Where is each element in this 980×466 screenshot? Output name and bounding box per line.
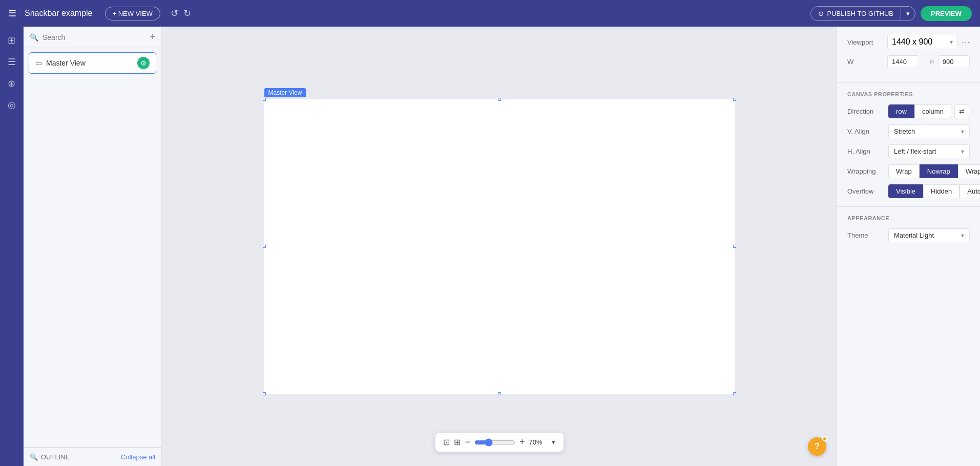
viewport-section: Viewport 1440 x 900 ▾ ⋯ W 1440 H 900 — [837, 27, 980, 83]
undo-icon[interactable]: ↺ — [171, 8, 178, 19]
h-label: H — [929, 58, 934, 66]
width-field[interactable]: 1440 — [887, 55, 919, 68]
column-button[interactable]: column — [914, 104, 951, 118]
halign-label: H. Align — [847, 147, 888, 155]
canvas-frame[interactable]: Master View — [264, 99, 735, 394]
wrapping-label: Wrapping — [847, 167, 888, 175]
help-notification-dot — [822, 436, 827, 441]
swap-button[interactable]: ⇄ — [954, 104, 969, 118]
canvas-properties-title: CANVAS PROPERTIES — [847, 91, 970, 97]
help-button[interactable]: ? — [808, 437, 826, 456]
theme-chevron: ▾ — [961, 232, 964, 239]
new-view-button[interactable]: + NEW VIEW — [105, 7, 160, 20]
github-icon: ⊙ — [818, 10, 824, 17]
handle-bottom-left[interactable] — [263, 392, 266, 395]
layers-empty-space — [24, 78, 161, 447]
zoom-bar: ⊡ ⊞ − + 70% ▾ — [435, 433, 563, 452]
publish-button-group: ⊙ PUBLISH TO GITHUB ▾ — [810, 6, 915, 21]
direction-group: row column — [888, 104, 951, 118]
appearance-section: APPEARANCE Theme Material Light ▾ — [837, 207, 980, 250]
appearance-title: APPEARANCE — [847, 215, 970, 221]
add-layer-icon[interactable]: + — [150, 32, 155, 43]
main-layout: ⊞ ☰ ⊛ ◎ 🔍 + ▭ Master View ⚙ 🔍 OUTLINE Co… — [0, 27, 980, 466]
valign-chevron: ▾ — [961, 128, 964, 135]
layers-panel: 🔍 + ▭ Master View ⚙ 🔍 OUTLINE Collapse a… — [24, 27, 162, 466]
search-icon: 🔍 — [30, 33, 38, 41]
halign-select[interactable]: Left / flex-start ▾ — [888, 144, 970, 158]
overflow-row: Overflow Visible Hidden Auto — [847, 184, 970, 198]
topbar-actions: ↺ ↻ — [171, 8, 191, 19]
theme-select[interactable]: Material Light ▾ — [888, 228, 970, 242]
handle-top-left[interactable] — [263, 98, 266, 101]
zoom-fit-icon[interactable]: ⊡ — [443, 437, 450, 447]
database-icon[interactable]: ⊛ — [8, 78, 15, 89]
canvas-area[interactable]: Master View ⊡ ⊞ − + 70% ▾ ? — [162, 27, 837, 466]
theme-label: Theme — [847, 231, 888, 239]
app-title: Snackbar example — [25, 9, 93, 18]
master-view-icon: ▭ — [35, 59, 42, 67]
w-label: W — [847, 58, 883, 66]
master-view-item[interactable]: ▭ Master View ⚙ — [29, 52, 156, 74]
preview-button[interactable]: PREVIEW — [921, 6, 972, 21]
wrapre-button[interactable]: WrapRe... — [958, 164, 980, 178]
publish-dropdown-button[interactable]: ▾ — [901, 7, 915, 20]
zoom-fill-icon[interactable]: ⊞ — [454, 437, 461, 447]
handle-top-mid[interactable] — [498, 98, 501, 101]
outline-label: 🔍 OUTLINE — [30, 453, 70, 461]
dimensions-row: W 1440 H 900 — [847, 55, 970, 68]
theme-row: Theme Material Light ▾ — [847, 228, 970, 242]
master-view-label: Master View — [46, 59, 133, 67]
outline-bar: 🔍 OUTLINE Collapse all — [24, 448, 161, 466]
halign-row: H. Align Left / flex-start ▾ — [847, 144, 970, 158]
viewport-chevron: ▾ — [950, 38, 953, 46]
handle-bottom-mid[interactable] — [498, 392, 501, 395]
wrap-button[interactable]: Wrap — [888, 164, 920, 178]
viewport-select[interactable]: 1440 x 900 ▾ — [887, 35, 957, 49]
viewport-label: Viewport — [847, 38, 883, 46]
direction-label: Direction — [847, 108, 888, 115]
halign-chevron: ▾ — [961, 148, 964, 155]
wrapping-row: Wrapping Wrap Nowrap WrapRe... — [847, 164, 970, 178]
row-button[interactable]: row — [888, 104, 914, 118]
hidden-button[interactable]: Hidden — [923, 184, 960, 198]
search-input[interactable] — [43, 33, 145, 41]
valign-row: V. Align Stretch ▾ — [847, 124, 970, 138]
redo-icon[interactable]: ↻ — [183, 8, 191, 19]
wrapping-group: Wrap Nowrap WrapRe... — [888, 164, 980, 178]
auto-button[interactable]: Auto — [960, 184, 980, 198]
viewport-row: Viewport 1440 x 900 ▾ ⋯ — [847, 35, 970, 49]
right-panel: Viewport 1440 x 900 ▾ ⋯ W 1440 H 900 CA — [837, 27, 980, 466]
publish-to-github-button[interactable]: ⊙ PUBLISH TO GITHUB — [811, 7, 901, 20]
direction-row: Direction row column ⇄ — [847, 104, 970, 118]
layers-icon[interactable]: ☰ — [8, 56, 16, 68]
topbar-right: ⊙ PUBLISH TO GITHUB ▾ PREVIEW — [810, 6, 972, 21]
height-field[interactable]: 900 — [938, 55, 970, 68]
nowrap-button[interactable]: Nowrap — [920, 164, 958, 178]
canvas-frame-label: Master View — [264, 88, 306, 97]
overflow-label: Overflow — [847, 187, 888, 195]
handle-top-right[interactable] — [733, 98, 736, 101]
handle-right-mid[interactable] — [733, 245, 736, 248]
collapse-all-link[interactable]: Collapse all — [121, 453, 155, 461]
search-bar: 🔍 + — [24, 27, 161, 48]
menu-icon[interactable]: ☰ — [8, 8, 16, 19]
canvas-properties-section: CANVAS PROPERTIES Direction row column ⇄… — [837, 83, 980, 207]
topbar: ☰ Snackbar example + NEW VIEW ↺ ↻ ⊙ PUBL… — [0, 0, 980, 27]
master-view-settings-icon[interactable]: ⚙ — [137, 57, 150, 69]
zoom-slider[interactable] — [474, 438, 515, 447]
theme-icon[interactable]: ◎ — [8, 99, 16, 111]
help-icon: ? — [815, 442, 820, 451]
zoom-value-display: 70% — [529, 438, 548, 446]
valign-label: V. Align — [847, 128, 888, 135]
zoom-dropdown-chevron[interactable]: ▾ — [552, 438, 555, 446]
valign-select[interactable]: Stretch ▾ — [888, 124, 970, 138]
viewport-more-icon[interactable]: ⋯ — [962, 37, 970, 47]
visible-button[interactable]: Visible — [888, 184, 923, 198]
handle-left-mid[interactable] — [263, 245, 266, 248]
handle-bottom-right[interactable] — [733, 392, 736, 395]
zoom-in-button[interactable]: + — [519, 437, 525, 448]
zoom-out-button[interactable]: − — [465, 437, 470, 448]
grid-icon[interactable]: ⊞ — [8, 35, 15, 46]
icon-sidebar: ⊞ ☰ ⊛ ◎ — [0, 27, 24, 466]
overflow-group: Visible Hidden Auto — [888, 184, 980, 198]
